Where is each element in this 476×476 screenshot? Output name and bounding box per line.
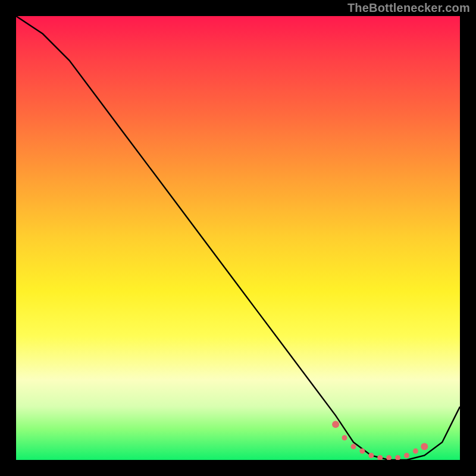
marker-dot	[368, 453, 374, 458]
attribution-label: TheBottlenecker.com	[347, 1, 470, 15]
marker-dot	[342, 435, 347, 440]
curve-line	[16, 16, 460, 460]
marker-dot	[395, 455, 400, 460]
marker-dot	[359, 449, 365, 454]
marker-dot	[351, 444, 356, 449]
marker-cluster	[332, 421, 428, 460]
marker-dot	[332, 421, 339, 428]
chart-frame: TheBottlenecker.com	[0, 0, 476, 476]
marker-dot	[377, 455, 383, 460]
plot-area	[16, 16, 460, 460]
marker-dot	[404, 453, 409, 458]
bottleneck-curve	[16, 16, 460, 460]
marker-dot	[386, 455, 392, 460]
marker-dot	[413, 449, 418, 454]
marker-dot	[421, 443, 428, 450]
